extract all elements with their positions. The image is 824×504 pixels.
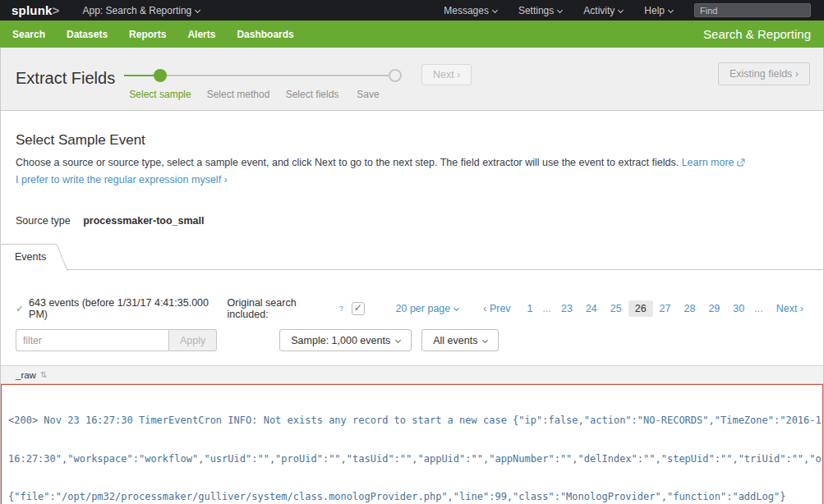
external-link-icon xyxy=(737,158,745,169)
app-menu-dropdown[interactable]: App: Search & Reporting xyxy=(83,5,200,16)
pagination-page-24[interactable]: 24 xyxy=(579,300,604,317)
settings-label: Settings xyxy=(518,5,554,16)
pagination-page-28[interactable]: 28 xyxy=(678,300,702,317)
help-label: Help xyxy=(644,5,665,16)
per-page-dropdown[interactable]: 20 per page xyxy=(396,303,459,314)
tab-events-label: Events xyxy=(15,251,46,263)
write-regex-link-row: I prefer to write the regular expression… xyxy=(16,174,808,186)
chevron-down-icon xyxy=(195,7,200,12)
app-title: Search & Reporting xyxy=(703,27,811,41)
event-line: {"file":"/opt/pm32/processmaker/gulliver… xyxy=(8,491,816,504)
nav-item-search[interactable]: Search xyxy=(3,29,54,40)
all-events-label: All events xyxy=(433,335,477,346)
splunk-extract-fields-page: splunk> App: Search & Reporting Messages… xyxy=(0,0,824,504)
check-icon: ✓ xyxy=(16,303,24,314)
nav-item-alerts[interactable]: Alerts xyxy=(178,29,224,40)
pagination: ‹ Prev 1 ... 23 24 25 26 27 28 29 30 ...… xyxy=(476,300,810,317)
pagination-ellipsis: ... xyxy=(540,300,555,317)
existing-fields-button[interactable]: Existing fields › xyxy=(718,62,810,85)
chevron-down-icon xyxy=(482,337,488,343)
sort-icon: ⇅ xyxy=(40,370,47,379)
tab-events[interactable]: Events xyxy=(1,244,76,271)
filter-controls-row: Apply Sample: 1,000 events All events xyxy=(16,329,810,351)
original-search-group: Original search included:? xyxy=(228,297,365,320)
chevron-down-icon xyxy=(492,7,498,12)
raw-column-label: _raw xyxy=(16,370,36,380)
learn-more-label: Learn more xyxy=(682,157,734,168)
chevron-down-icon xyxy=(557,7,563,12)
wizard-stepper: Select sample Select method Select field… xyxy=(124,69,402,102)
next-button[interactable]: Next › xyxy=(421,64,472,85)
event-count-text: 643 events (before 1/31/17 4:41:35.000 P… xyxy=(29,297,228,320)
nav-item-reports[interactable]: Reports xyxy=(120,29,175,40)
splunk-logo-text: splunk xyxy=(12,3,53,17)
events-table: _raw ⇅ <200> Nov 23 16:27:30 TimerEventC… xyxy=(1,365,823,504)
pagination-page-29[interactable]: 29 xyxy=(702,300,726,317)
activity-label: Activity xyxy=(583,5,615,16)
settings-menu[interactable]: Settings xyxy=(518,5,562,16)
pagination-prev[interactable]: ‹ Prev xyxy=(476,300,517,317)
app-nav-items: Search Datasets Reports Alerts Dashboard… xyxy=(0,29,303,40)
pagination-page-26-current[interactable]: 26 xyxy=(628,300,653,317)
pagination-page-25[interactable]: 25 xyxy=(604,300,628,317)
all-events-dropdown[interactable]: All events xyxy=(421,329,499,351)
help-tooltip-icon[interactable]: ? xyxy=(339,305,343,313)
step-end-circle xyxy=(389,69,402,82)
chevron-down-icon xyxy=(668,7,674,12)
chevron-down-icon xyxy=(395,337,401,343)
messages-label: Messages xyxy=(444,5,489,16)
step-current-dot[interactable] xyxy=(154,69,167,82)
source-type-row: Source type processmaker-too_small xyxy=(16,215,808,227)
main-content: Select Sample Event Choose a source or s… xyxy=(0,111,824,504)
page-header: Extract Fields Select sample Select meth… xyxy=(0,48,824,111)
activity-menu[interactable]: Activity xyxy=(583,5,623,16)
page-title: Extract Fields xyxy=(16,69,115,88)
app-menu-label: App: Search & Reporting xyxy=(83,5,192,16)
apply-button[interactable]: Apply xyxy=(168,329,217,351)
top-bar-right: Messages Settings Activity Help xyxy=(444,3,811,17)
raw-column-header[interactable]: _raw ⇅ xyxy=(1,365,823,384)
chevron-down-icon xyxy=(453,305,459,311)
pagination-page-27[interactable]: 27 xyxy=(653,300,678,317)
results-controls-row: ✓ 643 events (before 1/31/17 4:41:35.000… xyxy=(16,297,810,320)
source-type-value: processmaker-too_small xyxy=(83,215,204,227)
nav-item-datasets[interactable]: Datasets xyxy=(58,29,117,40)
help-menu[interactable]: Help xyxy=(644,5,673,16)
messages-menu[interactable]: Messages xyxy=(444,5,497,16)
step-label-select-fields: Select fields xyxy=(286,89,339,100)
pagination-next[interactable]: Next › xyxy=(770,300,810,317)
write-regex-link[interactable]: I prefer to write the regular expression… xyxy=(16,174,228,186)
original-search-label: Original search included: xyxy=(228,297,338,320)
splunk-logo[interactable]: splunk> xyxy=(12,3,60,17)
pagination-page-1[interactable]: 1 xyxy=(521,300,540,317)
event-line: <200> Nov 23 16:27:30 TimerEventCron INF… xyxy=(8,415,816,428)
sample-events-dropdown[interactable]: Sample: 1,000 events xyxy=(279,329,412,351)
source-type-label: Source type xyxy=(16,215,71,227)
find-search-input[interactable] xyxy=(694,3,811,17)
chevron-down-icon xyxy=(618,7,624,12)
step-label-select-sample: Select sample xyxy=(129,89,191,100)
learn-more-link[interactable]: Learn more xyxy=(682,157,745,168)
event-line: 16:27:30","workspace":"workflow","usrUid… xyxy=(8,453,816,466)
filter-input[interactable] xyxy=(16,329,168,351)
top-bar: splunk> App: Search & Reporting Messages… xyxy=(0,0,824,21)
pagination-ellipsis: ... xyxy=(751,300,766,317)
pagination-page-23[interactable]: 23 xyxy=(555,300,579,317)
original-search-checkbox[interactable] xyxy=(352,302,365,315)
step-label-save: Save xyxy=(357,89,379,100)
description-text: Choose a source or source type, select a… xyxy=(16,157,679,168)
step-label-select-method: Select method xyxy=(207,89,270,100)
app-nav-bar: Search Datasets Reports Alerts Dashboard… xyxy=(0,21,824,48)
nav-item-dashboards[interactable]: Dashboards xyxy=(228,29,302,40)
splunk-logo-caret: > xyxy=(53,3,60,17)
section-description: Choose a source or source type, select a… xyxy=(16,157,808,169)
sample-events-label: Sample: 1,000 events xyxy=(291,335,390,346)
pagination-page-30[interactable]: 30 xyxy=(726,300,751,317)
event-row-selected[interactable]: <200> Nov 23 16:27:30 TimerEventCron INF… xyxy=(1,384,823,504)
per-page-label: 20 per page xyxy=(396,303,451,314)
section-heading: Select Sample Event xyxy=(1,111,823,149)
tab-bar: Events xyxy=(1,244,823,270)
